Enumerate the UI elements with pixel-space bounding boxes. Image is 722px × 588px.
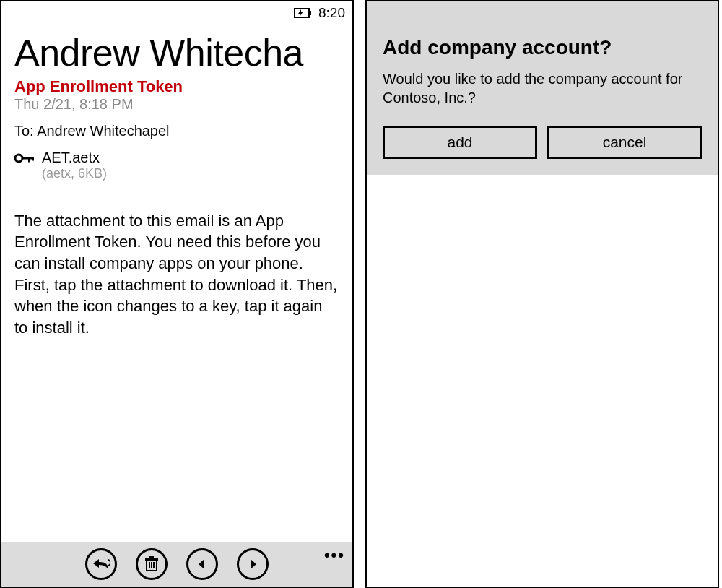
email-subject: App Enrollment Token [14, 77, 339, 96]
attachment-text: AET.aetx (aetx, 6KB) [42, 150, 107, 181]
email-sender: Andrew Whitecha [14, 33, 339, 73]
email-date: Thu 2/21, 8:18 PM [14, 96, 339, 113]
email-body: The attachment to this email is an App E… [14, 210, 339, 339]
svg-rect-5 [28, 157, 30, 162]
dialog-title: Add company account? [383, 36, 702, 59]
key-icon [14, 152, 35, 167]
email-to-line: To: Andrew Whitechapel [14, 123, 339, 139]
svg-marker-2 [298, 9, 303, 17]
dialog-body: Would you like to add the company accoun… [383, 69, 702, 107]
more-button[interactable]: ••• [324, 546, 345, 565]
svg-rect-8 [145, 558, 158, 561]
phone-email-screen: 8:20 Andrew Whitecha App Enrollment Toke… [0, 0, 354, 588]
attachment-name: AET.aetx [42, 150, 107, 166]
svg-marker-13 [199, 559, 204, 569]
battery-charging-icon [294, 7, 313, 19]
cancel-button[interactable]: cancel [547, 126, 702, 159]
confirm-dialog: Add company account? Would you like to a… [367, 1, 718, 175]
previous-button[interactable] [186, 548, 218, 580]
delete-button[interactable] [136, 548, 168, 580]
attachment-meta: (aetx, 6KB) [42, 166, 107, 181]
dialog-button-row: add cancel [383, 126, 702, 159]
status-bar: 8:20 [1, 1, 352, 22]
email-attachment[interactable]: AET.aetx (aetx, 6KB) [14, 150, 339, 181]
app-bar: ••• [1, 542, 352, 587]
svg-rect-1 [309, 11, 311, 15]
email-detail-view: Andrew Whitecha App Enrollment Token Thu… [1, 22, 352, 542]
next-button[interactable] [237, 548, 269, 580]
status-time: 8:20 [318, 5, 345, 21]
svg-rect-4 [22, 157, 32, 159]
add-button[interactable]: add [383, 126, 537, 159]
svg-marker-14 [251, 559, 256, 569]
svg-rect-9 [149, 556, 154, 558]
reply-button[interactable] [85, 548, 117, 580]
svg-rect-6 [32, 157, 34, 160]
svg-point-3 [15, 155, 22, 162]
phone-dialog-screen: 7:58 Add company account? Would you like… [365, 0, 719, 588]
